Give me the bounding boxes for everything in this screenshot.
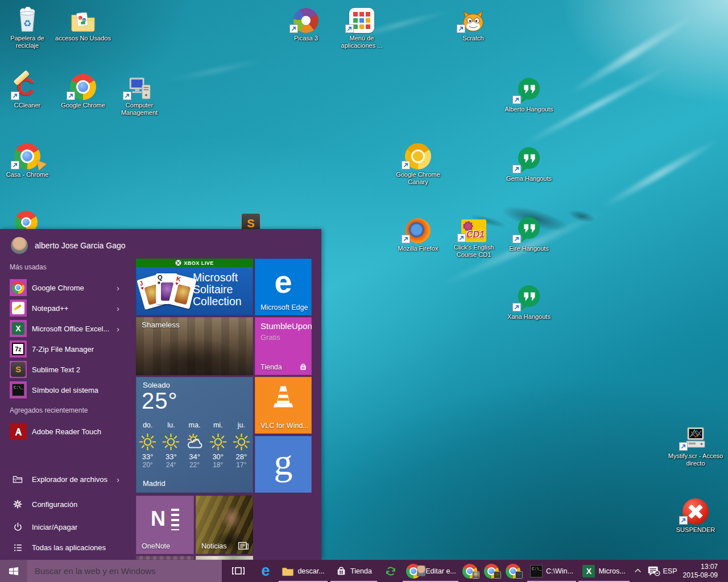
desktop-icon-label: Computer Management: [111, 102, 167, 117]
language-indicator[interactable]: ESP: [661, 560, 679, 582]
desktop-icon-clicks-english-cd1[interactable]: CD1 Click's English Course CD1: [449, 214, 498, 259]
start-menu-settings[interactable]: Configuración: [0, 493, 135, 516]
eire-hangouts-icon: [504, 215, 553, 243]
folder-icon: [282, 566, 294, 576]
desktop-icon-unused-shortcuts-folder[interactable]: accesos No Usados: [59, 5, 107, 42]
tile-partial-row[interactable]: [136, 556, 194, 560]
desktop-icon-computer-management[interactable]: Computer Management: [115, 72, 164, 117]
taskbar-button-chrome-2[interactable]: [481, 560, 502, 582]
tray-expand-button[interactable]: [630, 560, 645, 582]
desktop-icon-mozilla-firefox[interactable]: Mozilla Firefox: [394, 215, 442, 252]
start-menu-item-s-mbolo-del-sistema[interactable]: C:\_ Símbolo del sistema: [0, 380, 135, 400]
cmd-icon: C:\_: [10, 381, 27, 398]
profile-badge: [472, 571, 479, 579]
taskbar-button-folder[interactable]: descar...: [278, 560, 328, 582]
tile-news[interactable]: Noticias: [196, 496, 253, 554]
shortcut-arrow-badge: [402, 235, 410, 243]
onenote-label: OneNote: [142, 542, 170, 550]
tile-stumbleupon[interactable]: StumbleUpon Gratis Tienda: [255, 317, 312, 375]
computer-management-icon: [115, 72, 164, 100]
desktop-icon-mystify[interactable]: Mystify.scr - Acceso directo: [671, 422, 720, 467]
desktop-icon-app-menu[interactable]: Menú de aplicaciones ...: [337, 5, 386, 49]
store-bag-icon: [299, 363, 308, 372]
taskbar: edescar...TiendaEditar e...C:\_C:\Win...…: [0, 560, 728, 582]
start-menu-item-7-zip-file-manager[interactable]: 7z 7-Zip File Manager: [0, 339, 135, 359]
chrome-icon: [405, 563, 422, 579]
picasa-icon: [282, 5, 330, 33]
desktop-icon-label: accesos No Usados: [55, 35, 111, 42]
mystify-icon: [671, 422, 720, 451]
onenote-logo: N: [151, 506, 179, 532]
tile-vlc[interactable]: VLC for Wind...: [255, 377, 312, 434]
action-center-button[interactable]: [645, 560, 662, 582]
desktop-icon-ccleaner[interactable]: C CCleaner: [3, 72, 52, 109]
desktop-icon-picasa[interactable]: Picasa 3: [282, 5, 330, 42]
unused-shortcuts-folder-icon: [59, 5, 107, 33]
tile-partial-row[interactable]: [196, 556, 253, 560]
clock-date: 2015-08-09: [683, 571, 718, 580]
desktop-icon-recycle-bin[interactable]: ♻ Papelera de reciclaje: [3, 5, 52, 49]
sunny-icon: [206, 431, 230, 452]
taskbar-button-sync[interactable]: [380, 560, 402, 582]
tile-shameless[interactable]: Shameless: [136, 317, 253, 375]
desktop-icon-label: Picasa 3: [278, 35, 334, 42]
mozilla-firefox-icon: [394, 215, 442, 243]
desktop-icon-label: Scratch: [445, 35, 501, 42]
windows-logo-icon: [9, 566, 19, 576]
tile-weather[interactable]: Soleado 25° do. 33° 20°lu. 33° 24°ma. 34…: [136, 377, 253, 493]
desktop-icon-scratch[interactable]: Scratch: [449, 5, 498, 42]
taskbar-button-chrome-user[interactable]: Editar e...: [402, 560, 459, 582]
taskbar-button-edge[interactable]: e: [255, 560, 276, 582]
desktop-icon-xana-hangouts[interactable]: Xana Hangouts: [504, 283, 553, 321]
start-menu-item-notepad-[interactable]: Notepad++ ›: [0, 298, 135, 318]
settings-icon: [11, 498, 24, 510]
start-menu-explorer[interactable]: Explorador de archivos ›: [0, 468, 135, 490]
desktop-icon-google-chrome[interactable]: Google Chrome: [59, 72, 107, 109]
task-view-button[interactable]: [226, 560, 250, 582]
desktop-icon-label: SUSPENDER: [668, 526, 723, 534]
chrome-icon: [505, 563, 521, 579]
chevron-up-icon: [634, 568, 642, 573]
taskbar-button-chrome-1[interactable]: [460, 560, 480, 582]
chevron-right-icon: ›: [117, 475, 119, 484]
taskbar-button-chrome-3[interactable]: [503, 560, 523, 582]
desktop-icon-suspender[interactable]: SUSPENDER: [671, 496, 720, 534]
desktop-icon-label: Alberto Hangouts: [501, 106, 557, 113]
xbox-live-banner: XBOX LIVE: [136, 259, 253, 267]
start-menu-item-sublime-text-2[interactable]: S Sublime Text 2: [0, 359, 135, 380]
tile-google[interactable]: g: [255, 436, 312, 493]
chrome-icon: [10, 279, 27, 296]
taskbar-button-excel[interactable]: XMicros...: [578, 560, 630, 582]
clock[interactable]: 13:07 2015-08-09: [678, 560, 721, 582]
sunny-icon: [230, 431, 253, 452]
taskbar-button-cmd[interactable]: C:\_C:\Win...: [527, 560, 577, 582]
start-menu-item-microsoft-office-excel-[interactable]: X Microsoft Office Excel... ›: [0, 318, 135, 339]
tile-solitaire[interactable]: XBOX LIVE J♥ Q♠ K♥ Microsoft Solitaire C…: [136, 259, 253, 315]
weather-city: Madrid: [143, 479, 166, 488]
xbox-live-label: XBOX LIVE: [184, 260, 214, 266]
start-menu-all-apps[interactable]: Todas las aplicaciones: [0, 536, 135, 559]
start-button[interactable]: [0, 560, 27, 582]
forecast-day: mi. 30° 18°: [206, 421, 230, 469]
start-menu-item-google-chrome[interactable]: Google Chrome ›: [0, 277, 135, 298]
start-menu-power[interactable]: Iniciar/Apagar: [0, 516, 135, 538]
taskbar-button-store[interactable]: Tienda: [330, 560, 378, 582]
user-account[interactable]: alberto Jose Garcia Gago: [11, 237, 126, 254]
start-menu-item-adobe-reader-touch[interactable]: Adobe Reader Touch: [0, 421, 135, 442]
shameless-label: Shameless: [142, 321, 180, 329]
edge-tile-label: Microsoft Edge: [260, 304, 308, 311]
recycle-bin-icon: ♻: [3, 5, 52, 33]
desktop-icon-chrome-canary[interactable]: Google Chrome Canary: [394, 141, 442, 186]
desktop-icon-casa-chrome[interactable]: Casa - Chrome: [3, 141, 52, 178]
shortcut-arrow-badge: [123, 92, 131, 100]
desktop-icon-alberto-hangouts[interactable]: Alberto Hangouts: [504, 76, 553, 113]
desktop-icon-label: Mozilla Firefox: [390, 245, 446, 252]
forecast-day: ju. 28° 17°: [230, 421, 253, 469]
excel-icon: X: [582, 565, 595, 577]
desktop-icon-gema-hangouts[interactable]: Gema Hangouts: [504, 145, 553, 182]
desktop-icon-eire-hangouts[interactable]: Eire Hangouts: [504, 215, 553, 252]
google-logo: g: [274, 440, 293, 484]
tile-microsoft-edge[interactable]: e Microsoft Edge: [255, 259, 312, 315]
search-input[interactable]: [27, 560, 222, 582]
tile-onenote[interactable]: N OneNote: [136, 496, 194, 554]
